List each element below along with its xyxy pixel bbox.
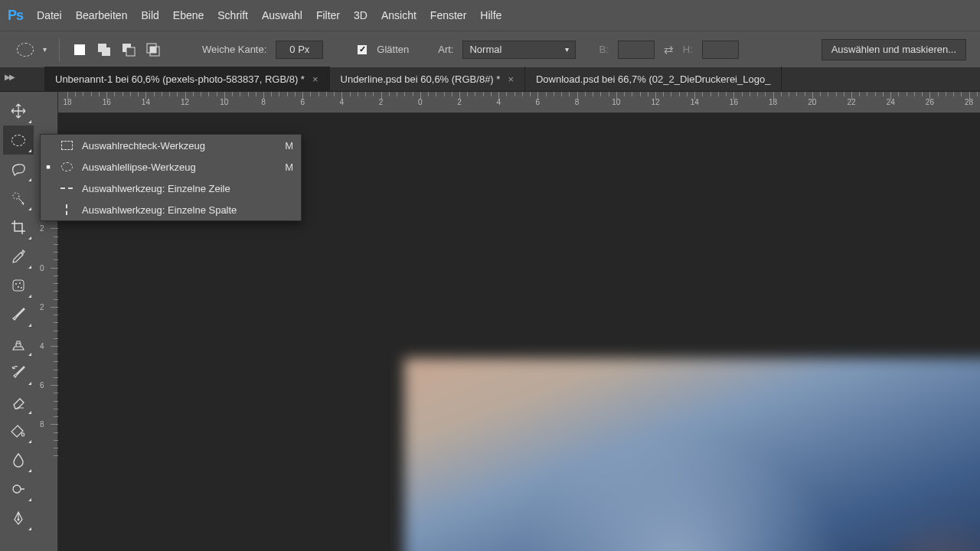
move-tool[interactable] [3, 96, 34, 126]
expand-panels-icon[interactable]: ▶▶ [5, 73, 14, 81]
antialias-label: Glätten [377, 44, 409, 55]
flyout-item-single-column-marquee[interactable]: Auswahlwerkzeug: Einzelne Spalte [41, 199, 301, 220]
svg-rect-4 [126, 47, 135, 56]
feather-label: Weiche Kante: [202, 44, 266, 55]
width-label: B: [599, 44, 608, 55]
lasso-tool[interactable] [3, 155, 34, 184]
svg-point-11 [19, 282, 21, 284]
document-image [404, 358, 980, 551]
options-bar: ▾ Weiche Kante: ✓ Glätten Art: Normal▾ B… [0, 31, 980, 67]
app-logo: Ps [8, 8, 23, 24]
flyout-label: Auswahlwerkzeug: Einzelne Zeile [82, 183, 272, 194]
tool-preset-caret-icon[interactable]: ▾ [43, 45, 47, 54]
flyout-shortcut: M [279, 140, 293, 152]
svg-point-12 [18, 286, 19, 288]
document-tab[interactable]: Underline.psd bei 60,6% (RGB/8#) * × [330, 67, 525, 91]
close-icon[interactable]: × [312, 73, 318, 85]
menu-type[interactable]: Schrift [217, 9, 248, 21]
document-tab[interactable]: Download.psd bei 66,7% (02_2_DieDruckere… [525, 67, 782, 91]
flyout-label: Auswahlwerkzeug: Einzelne Spalte [82, 204, 272, 216]
current-marker: ■ [45, 163, 51, 171]
flyout-shortcut: M [279, 161, 293, 173]
separator [59, 38, 60, 61]
dodge-tool[interactable] [3, 474, 34, 504]
crop-tool[interactable] [3, 213, 34, 242]
document-tab[interactable]: Unbenannt-1 bei 60,6% (pexels-photo-5838… [44, 67, 330, 91]
marquee-tool-flyout: Auswahlrechteck-Werkzeug M ■ Auswahlelli… [40, 134, 302, 221]
quick-select-tool[interactable] [3, 184, 34, 213]
menu-view[interactable]: Ansicht [381, 9, 416, 21]
pen-tool[interactable] [3, 504, 34, 533]
selection-intersect-icon[interactable] [145, 42, 161, 57]
flyout-item-single-row-marquee[interactable]: Auswahlwerkzeug: Einzelne Zeile [41, 178, 301, 199]
menu-layer[interactable]: Ebene [173, 9, 204, 21]
selection-add-icon[interactable] [96, 42, 112, 57]
svg-rect-9 [13, 280, 24, 291]
marquee-tool[interactable] [3, 126, 34, 155]
menu-bar: Ps Datei Bearbeiten Bild Ebene Schrift A… [0, 0, 980, 31]
svg-point-14 [13, 485, 21, 493]
tab-label: Underline.psd bei 60,6% (RGB/8#) * [341, 73, 501, 85]
feather-input[interactable] [276, 41, 323, 59]
clone-stamp-tool[interactable] [3, 329, 34, 358]
healing-brush-tool[interactable] [3, 271, 34, 300]
swap-wh-icon[interactable]: ⇄ [664, 43, 674, 57]
single-column-marquee-icon [59, 203, 74, 217]
style-label: Art: [438, 44, 453, 55]
document-tab-bar: Unbenannt-1 bei 60,6% (pexels-photo-5838… [0, 67, 980, 92]
flyout-item-rectangle-marquee[interactable]: Auswahlrechteck-Werkzeug M [41, 135, 301, 156]
svg-point-8 [13, 193, 19, 199]
paint-bucket-tool[interactable] [3, 416, 34, 445]
close-icon[interactable]: × [508, 73, 514, 85]
select-and-mask-button[interactable]: Auswählen und maskieren... [822, 39, 966, 60]
horizontal-ruler[interactable]: 181614121086420246810121416182022242628 [58, 92, 980, 113]
svg-point-10 [15, 283, 17, 285]
active-tool-icon[interactable] [14, 38, 37, 61]
style-dropdown[interactable]: Normal▾ [462, 41, 576, 59]
flyout-label: Auswahlrechteck-Werkzeug [82, 140, 272, 152]
svg-rect-0 [74, 44, 85, 55]
menu-image[interactable]: Bild [141, 9, 158, 21]
selection-subtract-icon[interactable] [121, 42, 136, 57]
svg-point-13 [21, 287, 22, 289]
height-label: H: [683, 44, 693, 55]
single-row-marquee-icon [59, 181, 74, 195]
flyout-item-ellipse-marquee[interactable]: ■ Auswahlellipse-Werkzeug M [41, 156, 301, 178]
menu-3d[interactable]: 3D [354, 9, 368, 21]
tab-label: Download.psd bei 66,7% (02_2_DieDruckere… [536, 73, 770, 85]
eraser-tool[interactable] [3, 387, 34, 416]
flyout-label: Auswahlellipse-Werkzeug [82, 161, 272, 173]
width-input [618, 41, 655, 59]
brush-tool[interactable] [3, 300, 34, 329]
menu-help[interactable]: Hilfe [480, 9, 501, 21]
menu-filter[interactable]: Filter [316, 9, 340, 21]
eyedropper-tool[interactable] [3, 242, 34, 271]
height-input [702, 41, 739, 59]
menu-select[interactable]: Auswahl [262, 9, 302, 21]
tab-label: Unbenannt-1 bei 60,6% (pexels-photo-5838… [55, 73, 305, 85]
svg-rect-7 [150, 47, 156, 53]
menu-edit[interactable]: Bearbeiten [76, 9, 128, 21]
rectangle-marquee-icon [59, 139, 74, 152]
menu-file[interactable]: Datei [37, 9, 62, 21]
svg-rect-2 [102, 47, 110, 56]
antialias-checkbox[interactable]: ✓ [357, 44, 368, 55]
selection-new-icon[interactable] [72, 42, 87, 57]
toolbox [0, 92, 37, 551]
history-brush-tool[interactable] [3, 358, 34, 387]
ellipse-marquee-icon [59, 160, 74, 174]
menu-window[interactable]: Fenster [430, 9, 466, 21]
svg-point-15 [18, 519, 20, 521]
blur-tool[interactable] [3, 445, 34, 474]
